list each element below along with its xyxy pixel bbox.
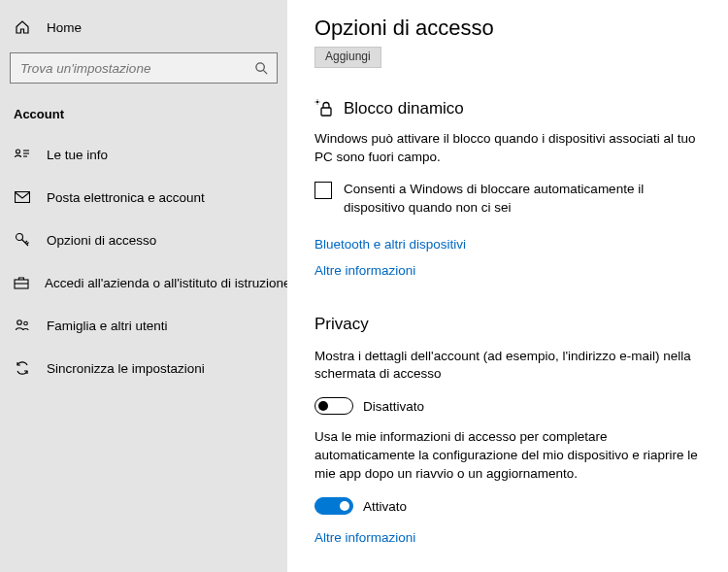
sidebar-item-your-info[interactable]: Le tue info <box>0 133 287 176</box>
dynamic-lock-icon <box>314 99 334 118</box>
sidebar-item-label: Famiglia e altri utenti <box>47 319 168 333</box>
people-icon <box>14 319 31 332</box>
dynamic-lock-heading-text: Blocco dinamico <box>344 99 464 118</box>
svg-point-10 <box>17 320 22 325</box>
svg-line-1 <box>263 70 267 74</box>
toggle-auto-signin-state: Attivato <box>363 499 407 514</box>
sidebar-item-work-school[interactable]: Accedi all'azienda o all'istituto di ist… <box>0 261 287 304</box>
sidebar-item-label: Opzioni di accesso <box>47 233 156 248</box>
dynamic-lock-desc: Windows può attivare il blocco quando i … <box>314 130 699 167</box>
key-icon <box>14 232 31 248</box>
search-box[interactable] <box>10 52 278 84</box>
svg-point-11 <box>24 321 28 325</box>
sidebar-item-email[interactable]: Posta elettronica e account <box>0 176 287 219</box>
toggle-show-details-state: Disattivato <box>363 399 424 414</box>
dynamic-lock-heading: Blocco dinamico <box>314 99 705 118</box>
sidebar-item-sync[interactable]: Sincronizza le impostazioni <box>0 347 287 389</box>
privacy-show-details-desc: Mostra i dettagli dell'account (ad esemp… <box>314 348 699 385</box>
sidebar-item-label: Posta elettronica e account <box>47 190 205 205</box>
person-card-icon <box>14 148 31 161</box>
sidebar-item-label: Sincronizza le impostazioni <box>47 361 205 376</box>
sidebar-item-label: Le tue info <box>47 148 108 162</box>
link-more-info-privacy[interactable]: Altre informazioni <box>314 530 415 545</box>
toggle-show-details-row: Disattivato <box>314 397 705 415</box>
toggle-auto-signin[interactable] <box>314 497 353 515</box>
svg-point-7 <box>17 234 23 241</box>
svg-point-0 <box>255 62 263 70</box>
briefcase-icon <box>14 276 29 289</box>
search-input[interactable] <box>11 61 246 76</box>
nav-home-label: Home <box>47 20 82 35</box>
search-wrap <box>0 45 287 89</box>
sidebar-section-title: Account <box>0 89 287 133</box>
nav-home[interactable]: Home <box>0 10 287 45</box>
link-bluetooth[interactable]: Bluetooth e altri dispositivi <box>314 237 466 252</box>
dynamic-lock-checkbox-label: Consenti a Windows di bloccare automatic… <box>344 181 703 218</box>
mail-icon <box>14 191 31 203</box>
home-icon <box>14 19 31 35</box>
toggle-show-details[interactable] <box>314 397 353 415</box>
sidebar: Home Account Le tue info Posta elettroni… <box>0 0 287 572</box>
page-title: Opzioni di accesso <box>314 16 705 41</box>
link-more-info-dl[interactable]: Altre informazioni <box>314 263 415 278</box>
sidebar-item-sign-in-options[interactable]: Opzioni di accesso <box>0 219 287 261</box>
dynamic-lock-checkbox[interactable] <box>314 182 332 199</box>
sidebar-item-label: Accedi all'azienda o all'istituto di ist… <box>45 276 291 290</box>
dynamic-lock-checkbox-row: Consenti a Windows di bloccare automatic… <box>314 181 705 218</box>
search-icon <box>246 61 277 76</box>
privacy-auto-signin-desc: Usa le mie informazioni di accesso per c… <box>314 428 699 484</box>
sync-icon <box>14 360 31 376</box>
toggle-auto-signin-row: Attivato <box>314 497 705 515</box>
svg-point-2 <box>17 150 20 153</box>
privacy-heading: Privacy <box>314 315 705 334</box>
sidebar-item-family[interactable]: Famiglia e altri utenti <box>0 304 287 347</box>
add-button-clipped[interactable]: Aggiungi <box>314 47 381 68</box>
svg-rect-12 <box>321 108 331 116</box>
content: Opzioni di accesso Aggiungi Blocco dinam… <box>287 0 728 572</box>
